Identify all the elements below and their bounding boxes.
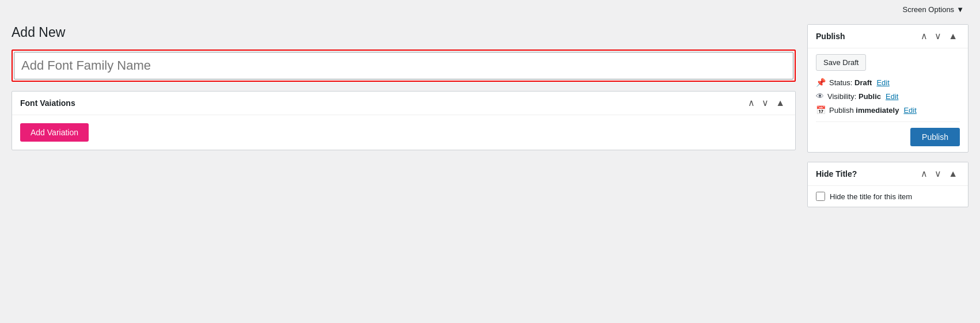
content-area: Add New Font Vaiations ∧ ∨ ▲ Add Variati…	[12, 24, 796, 216]
publish-time-label: Publish	[829, 106, 854, 115]
publish-time-row: 📅 Publish immediately Edit	[816, 105, 960, 115]
font-variations-body: Add Variation	[12, 115, 795, 150]
publish-box-down-button[interactable]: ∨	[932, 31, 944, 42]
font-variations-down-button[interactable]: ∨	[759, 97, 771, 109]
hide-title-controls: ∧ ∨ ▲	[918, 168, 960, 180]
publish-box: Publish ∧ ∨ ▲ Save Draft 📌 Status: Draft…	[807, 24, 968, 153]
status-row: 📌 Status: Draft Edit	[816, 78, 960, 87]
font-family-name-input[interactable]	[14, 52, 793, 79]
visibility-value: Public	[859, 92, 881, 101]
main-layout: Add New Font Vaiations ∧ ∨ ▲ Add Variati…	[0, 18, 980, 228]
publish-time-value: immediately	[856, 106, 899, 115]
page-title: Add New	[12, 24, 796, 41]
publish-time-icon: 📅	[816, 105, 826, 115]
hide-title-header: Hide Title? ∧ ∨ ▲	[808, 162, 968, 186]
visibility-row: 👁 Visibility: Public Edit	[816, 92, 960, 101]
font-variations-title: Font Vaiations	[20, 98, 75, 108]
status-value: Draft	[854, 78, 872, 87]
title-input-wrapper	[12, 50, 796, 82]
hide-title-label[interactable]: Hide the title for this item	[830, 192, 912, 201]
visibility-text: Visibility: Public	[827, 92, 881, 101]
publish-box-collapse-button[interactable]: ▲	[946, 31, 960, 42]
top-bar: Screen Options ▼	[0, 0, 980, 18]
visibility-edit-link[interactable]: Edit	[886, 92, 898, 101]
publish-time-edit-link[interactable]: Edit	[903, 106, 916, 115]
hide-title-box: Hide Title? ∧ ∨ ▲ Hide the title for thi…	[807, 162, 968, 207]
publish-box-body: Save Draft 📌 Status: Draft Edit 👁 Visibi…	[808, 48, 968, 152]
status-text: Status: Draft	[829, 78, 872, 87]
hide-title-up-button[interactable]: ∧	[918, 168, 930, 180]
publish-box-controls: ∧ ∨ ▲	[918, 31, 960, 42]
hide-title-box-title: Hide Title?	[816, 169, 857, 178]
hide-title-body: Hide the title for this item	[808, 186, 968, 207]
hide-title-collapse-button[interactable]: ▲	[946, 168, 960, 180]
font-variations-controls: ∧ ∨ ▲	[746, 97, 787, 109]
publish-time-text: Publish immediately	[829, 106, 899, 115]
save-draft-button[interactable]: Save Draft	[816, 54, 866, 71]
visibility-label: Visibility:	[827, 92, 856, 101]
add-variation-button[interactable]: Add Variation	[20, 123, 89, 142]
font-variations-up-button[interactable]: ∧	[746, 97, 757, 109]
publish-button-row: Publish	[816, 121, 960, 146]
status-label: Status:	[829, 78, 852, 87]
screen-options-button[interactable]: Screen Options ▼	[898, 3, 968, 16]
publish-box-title: Publish	[816, 32, 845, 41]
font-variations-collapse-button[interactable]: ▲	[773, 97, 787, 109]
publish-box-up-button[interactable]: ∧	[918, 31, 930, 42]
font-variations-box: Font Vaiations ∧ ∨ ▲ Add Variation	[12, 91, 796, 150]
publish-button[interactable]: Publish	[910, 128, 960, 146]
hide-title-down-button[interactable]: ∨	[932, 168, 944, 180]
status-edit-link[interactable]: Edit	[876, 78, 889, 87]
visibility-icon: 👁	[816, 92, 824, 101]
status-icon: 📌	[816, 78, 826, 87]
screen-options-chevron: ▼	[956, 5, 964, 14]
publish-box-header: Publish ∧ ∨ ▲	[808, 25, 968, 48]
font-variations-header: Font Vaiations ∧ ∨ ▲	[12, 92, 795, 115]
hide-title-checkbox[interactable]	[816, 192, 825, 201]
screen-options-label: Screen Options	[903, 5, 955, 14]
sidebar: Publish ∧ ∨ ▲ Save Draft 📌 Status: Draft…	[807, 24, 968, 216]
